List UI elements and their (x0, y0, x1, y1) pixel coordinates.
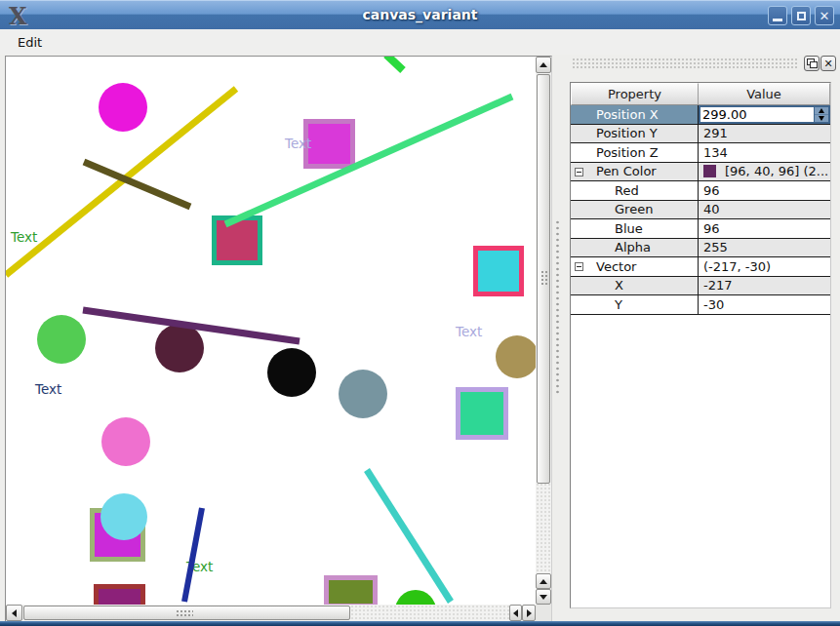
row-label: Vector (571, 257, 699, 277)
column-header-property[interactable]: Property (571, 83, 699, 105)
menubar: Edit (0, 29, 840, 55)
row-label: Green (571, 201, 699, 220)
table-row-y[interactable]: Y -30 (571, 295, 830, 315)
spin-up-button[interactable] (815, 107, 828, 115)
dock-close-button[interactable]: ✕ (820, 56, 836, 71)
table-row-red[interactable]: Red 96 (571, 181, 830, 201)
column-header-value[interactable]: Value (699, 83, 830, 105)
bright-green-circle[interactable] (395, 590, 436, 605)
turquoise-line[interactable] (367, 470, 451, 602)
row-value: 96 (699, 219, 830, 239)
up-arrow-icon (540, 579, 547, 584)
khaki-circle[interactable] (496, 335, 536, 378)
menu-edit[interactable]: Edit (12, 33, 48, 52)
scroll-up-button[interactable] (536, 57, 551, 73)
navy-line[interactable] (184, 508, 202, 602)
app-window: X canvas_variant ✕ Edit TextTextTextText… (0, 0, 840, 626)
window-bottom-border (0, 621, 840, 626)
table-row-alpha[interactable]: Alpha 255 (571, 239, 830, 258)
scroll-up-button-2[interactable] (536, 573, 551, 589)
left-arrow-icon (12, 609, 17, 617)
position-x-input[interactable] (700, 107, 814, 122)
dock-float-button[interactable] (804, 56, 820, 71)
green-circle[interactable] (37, 315, 86, 364)
text-item[interactable]: Text (455, 324, 482, 339)
maximize-button[interactable] (791, 6, 811, 25)
short-green-line[interactable] (386, 57, 403, 70)
table-header: Property Value (571, 83, 830, 105)
sky-blue-circle[interactable] (100, 493, 147, 540)
row-value (699, 105, 830, 125)
table-row-x[interactable]: X -217 (571, 277, 830, 296)
row-label: X (571, 277, 699, 296)
row-label: Pen Color (571, 163, 699, 182)
table-row-position-x[interactable]: Position X (571, 105, 830, 125)
canvas-viewport[interactable]: TextTextTextTextText (6, 57, 536, 605)
table-row-blue[interactable]: Blue 96 (571, 219, 830, 239)
float-icon (810, 61, 818, 68)
spring-green-line[interactable] (225, 97, 512, 224)
table-row-pen-color[interactable]: Pen Color [96, 40, 96] (2... (571, 163, 830, 182)
row-value: 291 (699, 125, 830, 144)
canvas-scroll-area: TextTextTextTextText (5, 56, 552, 622)
row-label: Alpha (571, 239, 699, 258)
table-row-position-z[interactable]: Position Z 134 (571, 143, 830, 163)
magenta-square-plum-border[interactable] (306, 122, 353, 167)
minimize-button[interactable] (768, 6, 787, 25)
row-label: Position Y (571, 125, 699, 144)
scroll-down-button[interactable] (536, 589, 551, 605)
thumb-grip (540, 270, 548, 286)
horizontal-scrollbar[interactable] (6, 605, 536, 621)
spin-down-button[interactable] (815, 115, 828, 122)
vscroll-thumb[interactable] (537, 74, 550, 484)
text-item[interactable]: Text (284, 136, 311, 151)
up-arrow-icon (819, 108, 824, 113)
cyan-square-pink-border[interactable] (476, 249, 522, 294)
row-value: (-217, -30) (699, 257, 830, 277)
table-row-position-y[interactable]: Position Y 291 (571, 125, 830, 144)
scroll-left-button-2[interactable] (509, 605, 522, 621)
collapse-toggle[interactable] (575, 168, 583, 176)
green-square-lavender-border[interactable] (459, 390, 506, 438)
row-value: 134 (699, 143, 830, 163)
window-title: canvas_variant (0, 7, 840, 22)
vertical-scrollbar[interactable] (536, 57, 551, 605)
table-row-vector[interactable]: Vector (-217, -30) (571, 257, 830, 277)
black-circle[interactable] (267, 348, 316, 397)
magenta-circle[interactable] (99, 83, 147, 132)
olive-square-plum-border[interactable] (327, 578, 376, 606)
thumb-grip (176, 609, 193, 618)
down-arrow-icon (540, 595, 547, 600)
text-item[interactable]: Text (10, 229, 37, 245)
row-value: 255 (699, 239, 830, 258)
row-label: Position Z (571, 143, 699, 163)
pink-circle[interactable] (101, 417, 150, 466)
dock-titlebar[interactable] (572, 58, 798, 70)
purple-rect-red-border[interactable] (97, 587, 143, 606)
close-button[interactable]: ✕ (815, 6, 834, 25)
close-icon: ✕ (823, 59, 832, 69)
row-label: Y (571, 295, 699, 315)
right-arrow-icon (527, 609, 532, 617)
row-value: [96, 40, 96] (2... (699, 163, 830, 182)
row-label: Position X (571, 105, 699, 125)
table-row-green[interactable]: Green 40 (571, 201, 830, 220)
maroon-circle[interactable] (155, 324, 204, 372)
collapse-toggle[interactable] (575, 262, 583, 271)
row-value: -217 (699, 277, 830, 296)
maximize-icon (797, 12, 806, 20)
titlebar[interactable]: X canvas_variant ✕ (0, 0, 840, 29)
text-item[interactable]: Text (34, 381, 61, 397)
left-arrow-icon (513, 609, 518, 617)
scroll-left-button[interactable] (6, 605, 22, 621)
dock-splitter-handle[interactable] (555, 219, 561, 395)
scroll-right-button[interactable] (522, 605, 536, 621)
property-table: Property Value Position X Position Y 291… (570, 82, 831, 608)
slate-gray-circle[interactable] (339, 370, 387, 418)
position-x-spinbox[interactable] (699, 105, 830, 124)
row-label: Red (571, 181, 699, 201)
hscroll-thumb[interactable] (23, 606, 350, 620)
row-value: 96 (699, 181, 830, 201)
pen-color-swatch (703, 165, 716, 177)
crimson-square-teal-border[interactable] (215, 218, 260, 263)
